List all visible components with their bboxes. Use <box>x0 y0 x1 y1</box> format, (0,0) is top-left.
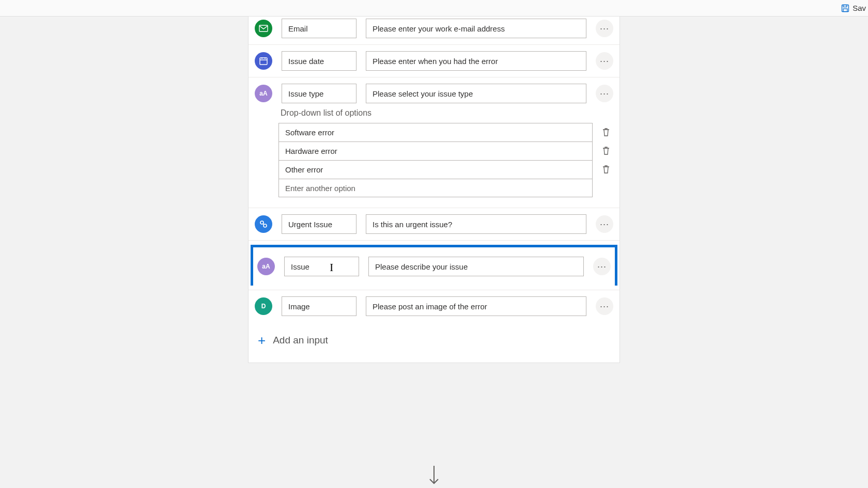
svg-rect-3 <box>259 25 268 32</box>
more-menu-type[interactable]: ··· <box>596 85 613 102</box>
dropdown-options-block: Drop-down list of options <box>249 105 619 208</box>
dropdown-option-input[interactable] <box>278 123 593 141</box>
input-row-email[interactable]: ··· <box>249 17 619 45</box>
email-icon <box>255 20 272 37</box>
input-name-description[interactable] <box>284 257 359 276</box>
dropdown-option-input[interactable] <box>278 141 593 160</box>
input-row-image[interactable]: D ··· <box>249 290 619 322</box>
more-menu-date[interactable]: ··· <box>596 52 613 70</box>
delete-option-button[interactable] <box>599 144 613 158</box>
input-row-description-highlighted[interactable]: aA I ··· <box>251 245 617 286</box>
input-prompt-urgent[interactable] <box>366 214 586 234</box>
input-name-type[interactable] <box>282 84 357 103</box>
dropdown-option-input[interactable] <box>278 160 593 179</box>
input-prompt-type[interactable] <box>366 84 586 103</box>
delete-option-button[interactable] <box>599 125 613 139</box>
delete-option-button[interactable] <box>599 162 613 177</box>
input-prompt-description[interactable] <box>368 257 584 276</box>
dropdown-option-row <box>278 123 613 141</box>
dropdown-option-row <box>278 141 613 160</box>
dropdown-option-list <box>278 123 613 197</box>
dropdown-options-label: Drop-down list of options <box>281 108 613 118</box>
input-prompt-image[interactable] <box>366 296 586 316</box>
svg-rect-2 <box>843 9 847 12</box>
text-icon: aA <box>255 85 272 102</box>
date-icon <box>255 52 272 70</box>
add-input-label: Add an input <box>273 335 328 346</box>
svg-rect-1 <box>843 5 847 7</box>
dropdown-option-row <box>278 179 613 197</box>
dropdown-option-row <box>278 160 613 179</box>
yesno-icon <box>255 215 272 233</box>
dropdown-add-option-input[interactable] <box>278 179 593 197</box>
file-icon: D <box>255 297 272 315</box>
more-menu-email[interactable]: ··· <box>596 20 613 37</box>
input-row-date[interactable]: ··· <box>249 45 619 77</box>
flow-arrow-down-icon <box>427 466 441 488</box>
input-row-type[interactable]: aA ··· <box>249 77 619 105</box>
more-menu-urgent[interactable]: ··· <box>596 215 613 233</box>
input-prompt-date[interactable] <box>366 51 586 71</box>
svg-rect-4 <box>260 58 267 65</box>
more-menu-description[interactable]: ··· <box>593 258 611 275</box>
input-prompt-email[interactable] <box>366 19 586 38</box>
add-input-button[interactable]: + Add an input <box>249 322 619 350</box>
input-name-date[interactable] <box>282 51 357 71</box>
plus-icon: + <box>258 334 266 347</box>
input-name-email[interactable] <box>282 19 357 38</box>
designer-canvas: ··· ··· aA ··· Drop-down list of options <box>0 17 868 488</box>
save-button[interactable]: Sav <box>839 2 868 14</box>
more-menu-image[interactable]: ··· <box>596 297 613 315</box>
save-label: Sav <box>853 4 866 12</box>
input-name-image[interactable] <box>282 296 357 316</box>
top-toolbar: Sav <box>0 0 868 17</box>
save-icon <box>841 4 849 12</box>
input-row-urgent[interactable]: ··· <box>249 208 619 241</box>
input-name-urgent[interactable] <box>282 214 357 234</box>
text-icon: aA <box>257 258 275 275</box>
trigger-inputs-card: ··· ··· aA ··· Drop-down list of options <box>248 17 620 363</box>
